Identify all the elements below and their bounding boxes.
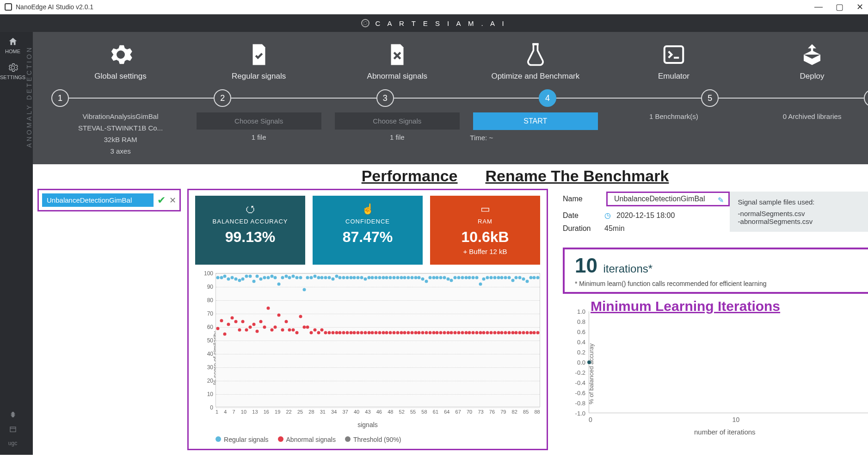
deploy-icon [800,42,825,67]
choose-abnormal-button[interactable]: Choose Signals [335,112,460,130]
target-icon: ⭯ [200,203,301,215]
annotation-performance: Performance [362,167,458,185]
window-titlebar: NanoEdge AI Studio v2.0.1 ― ▢ ✕ [0,0,868,14]
iterations-count: 10 [575,254,597,277]
chart2-xlabel: number of iterations [563,428,868,436]
iterations-note: * Minimum learn() function calls recomme… [575,280,868,287]
chart-legend: Regular signals Abnormal signals Thresho… [215,436,540,443]
window-icon[interactable] [9,425,17,434]
step-circle-2[interactable]: 2 [214,89,231,107]
maximize-button[interactable]: ▢ [836,2,843,12]
flask-icon [523,42,548,67]
svg-rect-0 [10,427,16,432]
file-item: -abnormalSegments.csv [738,217,868,225]
legend-dot-threshold [345,436,351,442]
file-item: -normalSegments.csv [738,210,868,217]
bug-icon[interactable] [9,410,17,419]
edit-icon[interactable]: ✎ [718,196,724,205]
svg-rect-3 [665,46,683,63]
annotation-rename: Rename The Benchmark [486,167,669,185]
mode-label: ANOMALY DETECTION [25,32,33,161]
benchmark-details-panel: ⬇ ? Name UnbalanceDetectionGimBal ✎ [554,189,868,450]
app-logo-icon [5,3,12,11]
meta-name-label: Name [563,195,604,203]
gear-icon [108,42,133,67]
legend-dot-regular [215,436,221,442]
card-balanced-accuracy: ⭯ BALANCED ACCURACY 99.13% [195,196,305,265]
iterations-box: 10 iterations* * Minimum learn() functio… [563,248,868,294]
meta-date-label: Date [563,211,604,220]
step-progressbar: 1 2 3 4 5 6 [51,89,868,107]
remove-benchmark-button[interactable]: ✕ [169,195,176,205]
left-sidebar: HOME SETTINGS ugc [0,32,25,455]
iterations-word: iterations* [603,262,653,275]
home-button[interactable]: HOME [5,37,20,54]
brand-header: C A R T E S I A M . A I [0,14,868,32]
chart-xlabel: signals [195,421,540,428]
settings-label: SETTINGS [0,74,25,80]
step-circle-5[interactable]: 5 [701,89,719,107]
choose-regular-button[interactable]: Choose Signals [197,112,321,130]
status-step-5: 1 Benchmark(s) [604,112,743,155]
benchmark-name-chip: UnbalanceDetectionGimBal [42,193,154,207]
iterations-chart: % of balanced accuray -1.0-0.8-0.6-0.4-0… [563,311,868,436]
files-used-box: Signal sample files used: -normalSegment… [730,192,868,232]
benchmark-list-item[interactable]: UnbalanceDetectionGimBal ✔ ✕ [37,189,181,211]
step-emulator[interactable]: Emulator [604,42,743,81]
minimize-button[interactable]: ― [814,2,823,12]
status-step-6: 0 Archived libraries [743,112,868,155]
step-global-settings[interactable]: Global settings [51,42,190,81]
meta-date-value: 2020-12-15 18:00 [616,211,675,220]
file-check-icon [246,42,271,67]
start-button[interactable]: START [473,112,598,130]
brand-icon [361,19,369,27]
step-deploy[interactable]: Deploy [743,42,868,81]
step-circle-4[interactable]: 4 [539,89,556,107]
hand-icon: ☝ [317,203,418,215]
home-label: HOME [5,49,20,54]
step-abnormal-signals[interactable]: Abnormal signals [328,42,466,81]
step-circle-3[interactable]: 3 [376,89,394,107]
meta-duration-value: 45min [604,224,625,233]
file-x-icon [385,42,410,67]
step-regular-signals[interactable]: Regular signals [190,42,328,81]
status-step-4: START Time: ~ [466,112,604,155]
similarity-chart: % score of similarity 010203040506070809… [195,273,540,443]
check-icon: ✔ [157,194,166,206]
clock-icon: ◷ [604,211,611,220]
status-step-3: Choose Signals 1 file [328,112,466,155]
status-step-2: Choose Signals 1 file [190,112,328,155]
performance-panel: ⭯ BALANCED ACCURACY 99.13% ☝ CONFIDENCE … [187,189,548,450]
brand-text: C A R T E S I A M . A I [375,19,506,27]
workflow-header: Global settings Regular signals Abnormal… [33,32,868,164]
step-circle-6[interactable]: 6 [864,89,868,107]
meta-duration-label: Duration [563,224,604,233]
user-label: ugc [8,440,17,446]
benchmark-name-editable[interactable]: UnbalanceDetectionGimBal ✎ [606,192,730,206]
settings-button[interactable]: SETTINGS [0,62,25,80]
card-confidence: ☝ CONFIDENCE 87.47% [313,196,423,265]
window-title: NanoEdge AI Studio v2.0.1 [16,3,93,11]
status-step-1: VibrationAnalysisGimBal STEVAL-STWINKT1B… [51,112,190,155]
step-circle-1[interactable]: 1 [51,89,69,107]
close-button[interactable]: ✕ [856,2,863,12]
mode-strip: ANOMALY DETECTION [25,32,33,455]
legend-dot-abnormal [278,436,283,442]
step-optimize-benchmark[interactable]: Optimize and Benchmark [466,42,604,81]
terminal-icon [661,42,686,67]
card-ram: ▭ RAM 10.6kB + Buffer 12 kB [430,196,540,265]
chip-icon: ▭ [435,203,536,215]
